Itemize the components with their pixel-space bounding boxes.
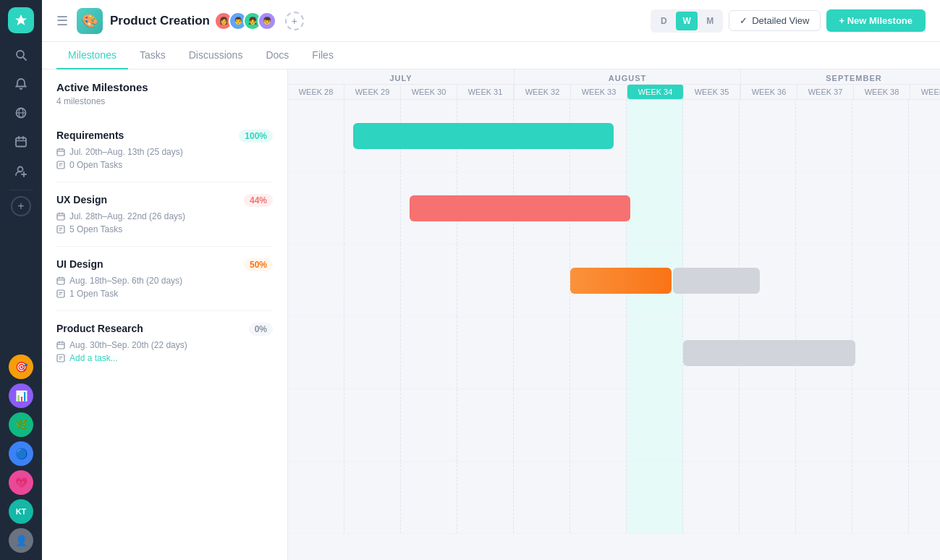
tab-discussions[interactable]: Discussions <box>177 42 255 69</box>
milestone-requirements: Requirements 100% Jul. 20th–Aug. 13th (2… <box>56 118 273 182</box>
bar-ui-design-remaining[interactable] <box>673 268 760 294</box>
calendar-icon-small <box>56 341 65 349</box>
user-avatar-main[interactable]: 👤 <box>9 528 33 553</box>
week-34[interactable]: WEEK 34 <box>627 84 684 99</box>
milestone-meta: Jul. 20th–Aug. 13th (25 days) <box>56 147 273 157</box>
add-task-link[interactable]: Add a task... <box>69 353 118 363</box>
milestones-title: Active Milestones <box>56 81 273 93</box>
week-32[interactable]: WEEK 32 <box>515 84 571 99</box>
week-31[interactable]: WEEK 31 <box>457 84 514 99</box>
month-july: JULY WEEK 28 WEEK 29 WEEK 30 WEEK 31 <box>288 69 515 99</box>
tab-milestones[interactable]: Milestones <box>56 42 128 69</box>
week-35[interactable]: WEEK 35 <box>684 84 740 99</box>
search-icon[interactable] <box>8 42 34 68</box>
milestone-badge: 100% <box>239 130 273 143</box>
project-avatar-1[interactable]: 🎯 <box>9 355 33 379</box>
header-right: D W M ✓ Detailed View + New Milestone <box>651 9 926 33</box>
svg-rect-19 <box>57 213 64 220</box>
month-label-september: SEPTEMBER <box>741 69 940 84</box>
project-avatar-5[interactable]: 💗 <box>9 470 33 495</box>
view-month-button[interactable]: M <box>699 12 721 30</box>
bar-ux-design[interactable] <box>410 195 630 221</box>
open-tasks: 1 Open Task <box>69 289 118 299</box>
view-day-button[interactable]: D <box>653 12 674 30</box>
user-avatar-kt[interactable]: KT <box>9 499 33 524</box>
check-icon: ✓ <box>740 15 748 26</box>
bar-requirements[interactable] <box>353 123 614 149</box>
week-28[interactable]: WEEK 28 <box>288 84 344 99</box>
header-avatars: 👩 👨 👧 👦 <box>219 12 276 30</box>
user-add-icon[interactable] <box>8 158 34 184</box>
grid-cell <box>740 100 796 171</box>
view-toggle: D W M <box>651 9 723 33</box>
week-33[interactable]: WEEK 33 <box>571 84 627 99</box>
svg-rect-33 <box>57 342 64 349</box>
svg-rect-30 <box>57 290 64 297</box>
week-30[interactable]: WEEK 30 <box>401 84 457 99</box>
milestone-ux-design: UX Design 44% Jul. 28th–Aug. 22nd (26 da… <box>56 182 273 247</box>
add-member-button[interactable]: + <box>285 12 304 30</box>
weeks-row-july: WEEK 28 WEEK 29 WEEK 30 WEEK 31 <box>288 84 514 99</box>
gantt-row-ux-design <box>288 172 940 245</box>
tasks-icon <box>56 289 65 298</box>
milestone-header: UX Design 44% <box>56 194 273 207</box>
new-milestone-button[interactable]: + New Milestone <box>826 9 926 32</box>
month-september: SEPTEMBER WEEK 36 WEEK 37 WEEK 38 WEEK 3… <box>741 69 940 99</box>
milestone-tasks: Add a task... <box>56 353 273 363</box>
bar-product-research[interactable] <box>683 340 855 366</box>
svg-rect-12 <box>57 149 64 156</box>
tasks-icon <box>56 354 65 362</box>
header-avatar-4[interactable]: 👦 <box>258 12 276 30</box>
add-workspace-button[interactable]: + <box>11 196 31 216</box>
milestone-ui-design: UI Design 50% Aug. 18th–Sep. 6th (20 day… <box>56 247 273 311</box>
week-29[interactable]: WEEK 29 <box>344 84 401 99</box>
gantt-header: JULY WEEK 28 WEEK 29 WEEK 30 WEEK 31 AUG… <box>288 69 940 100</box>
date-range: Aug. 30th–Sep. 20th (22 days) <box>69 340 187 350</box>
svg-rect-5 <box>16 138 26 147</box>
sidebar: + 🎯 📊 🌿 🔵 💗 KT 👤 <box>0 0 42 560</box>
svg-rect-23 <box>57 226 64 233</box>
gantt-row-empty-2 <box>288 462 940 534</box>
milestone-header: Product Research 0% <box>56 323 273 336</box>
milestones-count: 4 milestones <box>56 96 273 106</box>
detailed-view-button[interactable]: ✓ Detailed View <box>729 10 820 31</box>
bell-icon[interactable] <box>8 71 34 97</box>
calendar-icon-small <box>56 276 65 285</box>
tab-files[interactable]: Files <box>300 42 345 69</box>
week-37[interactable]: WEEK 37 <box>797 84 854 99</box>
bar-ui-design-progress[interactable] <box>570 268 672 294</box>
view-week-button[interactable]: W <box>676 12 698 30</box>
month-label-august: AUGUST <box>515 69 740 84</box>
tasks-icon <box>56 225 65 234</box>
gantt-area: JULY WEEK 28 WEEK 29 WEEK 30 WEEK 31 AUG… <box>288 69 940 560</box>
detailed-view-label: Detailed View <box>752 15 809 26</box>
date-range: Jul. 28th–Aug. 22nd (26 days) <box>69 211 185 221</box>
milestone-name: Product Research <box>56 323 143 334</box>
hamburger-button[interactable]: ☰ <box>56 13 68 29</box>
calendar-icon[interactable] <box>8 129 34 155</box>
week-36[interactable]: WEEK 36 <box>741 84 797 99</box>
date-range: Aug. 18th–Sep. 6th (20 days) <box>69 276 182 286</box>
milestone-name: Requirements <box>56 130 124 141</box>
grid-cell <box>288 100 344 171</box>
tab-tasks[interactable]: Tasks <box>128 42 177 69</box>
grid-cell-current <box>627 100 683 171</box>
week-39[interactable]: WEEK 39 <box>910 84 940 99</box>
svg-line-1 <box>23 57 26 60</box>
project-avatar-2[interactable]: 📊 <box>9 383 33 408</box>
calendar-icon-small <box>56 212 65 221</box>
project-title: Product Creation <box>110 14 210 28</box>
globe-icon[interactable] <box>8 100 34 126</box>
grid-cell <box>683 100 740 171</box>
header: ☰ 🎨 Product Creation 👩 👨 👧 👦 + D W M ✓ D… <box>42 0 940 42</box>
main-area: ☰ 🎨 Product Creation 👩 👨 👧 👦 + D W M ✓ D… <box>42 0 940 560</box>
project-avatar-3[interactable]: 🌿 <box>9 412 33 437</box>
project-avatar-4[interactable]: 🔵 <box>9 441 33 466</box>
milestone-meta: Aug. 18th–Sep. 6th (20 days) <box>56 276 273 286</box>
tab-docs[interactable]: Docs <box>254 42 300 69</box>
week-38[interactable]: WEEK 38 <box>854 84 910 99</box>
grid-cell <box>909 100 940 171</box>
milestone-tasks: 5 Open Tasks <box>56 224 273 234</box>
app-logo[interactable] <box>8 7 34 33</box>
open-tasks: 0 Open Tasks <box>69 160 122 170</box>
